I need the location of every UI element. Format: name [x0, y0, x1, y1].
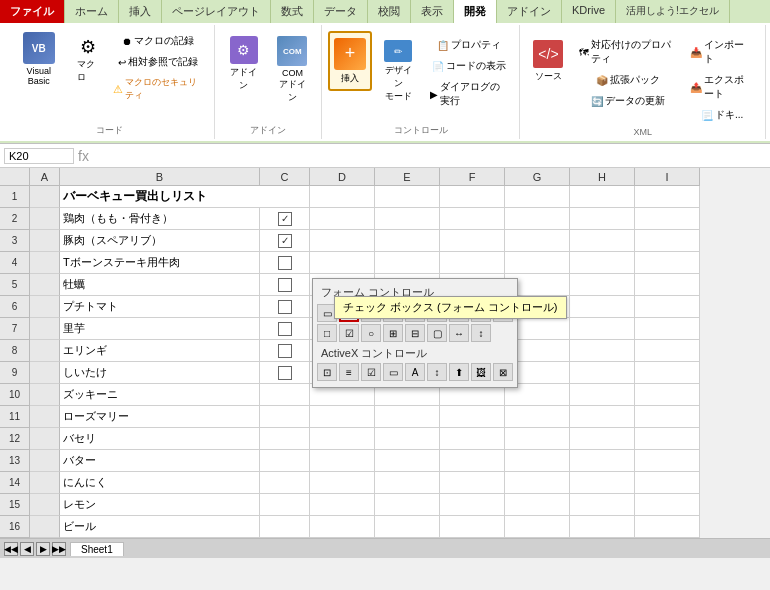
fc-group2[interactable]: ▢: [427, 324, 447, 342]
expansion-pack-button[interactable]: 📦 拡張パック: [574, 70, 681, 90]
fc-scroll2[interactable]: ↔: [449, 324, 469, 342]
cell-16c[interactable]: [260, 516, 310, 538]
checkbox-2[interactable]: ✓: [278, 212, 292, 226]
cell-2e[interactable]: [375, 208, 440, 230]
cell-16e[interactable]: [375, 516, 440, 538]
vb-button[interactable]: VB Visual Basic: [10, 27, 68, 91]
addin-button[interactable]: ⚙ アドイン: [221, 31, 266, 97]
cell-14b[interactable]: にんにく: [60, 472, 260, 494]
cell-9h[interactable]: [570, 362, 635, 384]
export-button[interactable]: 📤 エクスポート: [685, 70, 759, 104]
cell-5a[interactable]: [30, 274, 60, 296]
checkbox-5[interactable]: [278, 278, 292, 292]
cell-9a[interactable]: [30, 362, 60, 384]
cell-14h[interactable]: [570, 472, 635, 494]
cell-1a[interactable]: [30, 186, 60, 208]
cell-7c[interactable]: [260, 318, 310, 340]
cell-7h[interactable]: [570, 318, 635, 340]
cell-10a[interactable]: [30, 384, 60, 406]
cell-4a[interactable]: [30, 252, 60, 274]
cell-16a[interactable]: [30, 516, 60, 538]
cell-11h[interactable]: [570, 406, 635, 428]
properties-button[interactable]: 📋 プロパティ: [425, 35, 514, 55]
cell-11g[interactable]: [505, 406, 570, 428]
cell-4h[interactable]: [570, 252, 635, 274]
cell-2h[interactable]: [570, 208, 635, 230]
cell-4b[interactable]: Tボーンステーキ用牛肉: [60, 252, 260, 274]
cell-10h[interactable]: [570, 384, 635, 406]
record-macro-button[interactable]: ⏺ マクロの記録: [108, 31, 208, 51]
checkbox-9[interactable]: [278, 366, 292, 380]
com-addin-button[interactable]: COM COM アドイン: [270, 31, 315, 109]
cell-16h[interactable]: [570, 516, 635, 538]
cell-16d[interactable]: [310, 516, 375, 538]
cell-6b[interactable]: プチトマト: [60, 296, 260, 318]
cell-13d[interactable]: [310, 450, 375, 472]
cell-11d[interactable]: [310, 406, 375, 428]
doc-button[interactable]: 📃 ドキ...: [685, 105, 759, 125]
cell-13i[interactable]: [635, 450, 700, 472]
cell-1e[interactable]: [375, 186, 440, 208]
cell-2d[interactable]: [310, 208, 375, 230]
fc-edit[interactable]: □: [317, 324, 337, 342]
cell-5h[interactable]: [570, 274, 635, 296]
cell-7b[interactable]: 里芋: [60, 318, 260, 340]
cell-3h[interactable]: [570, 230, 635, 252]
tab-nav-first[interactable]: ◀◀: [4, 542, 18, 556]
formula-input[interactable]: [93, 150, 766, 162]
cell-2g[interactable]: [505, 208, 570, 230]
cell-2a[interactable]: [30, 208, 60, 230]
cell-3g[interactable]: [505, 230, 570, 252]
fc-ax-9[interactable]: ⊠: [493, 363, 513, 381]
cell-16g[interactable]: [505, 516, 570, 538]
fc-combo2[interactable]: ⊟: [405, 324, 425, 342]
cell-14g[interactable]: [505, 472, 570, 494]
design-mode-button[interactable]: ✏ デザインモード: [376, 35, 420, 108]
tab-view[interactable]: 表示: [411, 0, 454, 23]
fc-ax-3[interactable]: ☑: [361, 363, 381, 381]
cell-14i[interactable]: [635, 472, 700, 494]
cell-14f[interactable]: [440, 472, 505, 494]
cell-3d[interactable]: [310, 230, 375, 252]
cell-1h[interactable]: [570, 186, 635, 208]
cell-15c[interactable]: [260, 494, 310, 516]
source-button[interactable]: </> ソース: [526, 31, 570, 91]
tab-dev[interactable]: 開発: [454, 0, 497, 23]
cell-1g[interactable]: [505, 186, 570, 208]
cell-reference[interactable]: [4, 148, 74, 164]
cell-8i[interactable]: [635, 340, 700, 362]
tab-addin[interactable]: アドイン: [497, 0, 562, 23]
checkbox-8[interactable]: [278, 344, 292, 358]
cell-15i[interactable]: [635, 494, 700, 516]
fc-ax-5[interactable]: A: [405, 363, 425, 381]
fc-check2[interactable]: ☑: [339, 324, 359, 342]
checkbox-4[interactable]: [278, 256, 292, 270]
map-properties-button[interactable]: 🗺 対応付けのプロパティ: [574, 35, 681, 69]
cell-15e[interactable]: [375, 494, 440, 516]
checkbox-7[interactable]: [278, 322, 292, 336]
refresh-data-button[interactable]: 🔄 データの更新: [574, 91, 681, 111]
cell-12c[interactable]: [260, 428, 310, 450]
cell-11f[interactable]: [440, 406, 505, 428]
relative-ref-button[interactable]: ↩ 相対参照で記録: [108, 52, 208, 72]
cell-3a[interactable]: [30, 230, 60, 252]
cell-9c[interactable]: [260, 362, 310, 384]
cell-5c[interactable]: [260, 274, 310, 296]
sheet-tab-1[interactable]: Sheet1: [70, 542, 124, 556]
tab-data[interactable]: データ: [314, 0, 368, 23]
cell-13b[interactable]: バター: [60, 450, 260, 472]
cell-2c[interactable]: ✓: [260, 208, 310, 230]
cell-4d[interactable]: [310, 252, 375, 274]
checkbox-3[interactable]: ✓: [278, 234, 292, 248]
fc-option2[interactable]: ○: [361, 324, 381, 342]
cell-7a[interactable]: [30, 318, 60, 340]
cell-15h[interactable]: [570, 494, 635, 516]
fc-spin2[interactable]: ↕: [471, 324, 491, 342]
cell-6a[interactable]: [30, 296, 60, 318]
cell-14e[interactable]: [375, 472, 440, 494]
tab-nav-prev[interactable]: ◀: [20, 542, 34, 556]
cell-12b[interactable]: バセリ: [60, 428, 260, 450]
cell-16b[interactable]: ビール: [60, 516, 260, 538]
cell-11c[interactable]: [260, 406, 310, 428]
cell-3i[interactable]: [635, 230, 700, 252]
